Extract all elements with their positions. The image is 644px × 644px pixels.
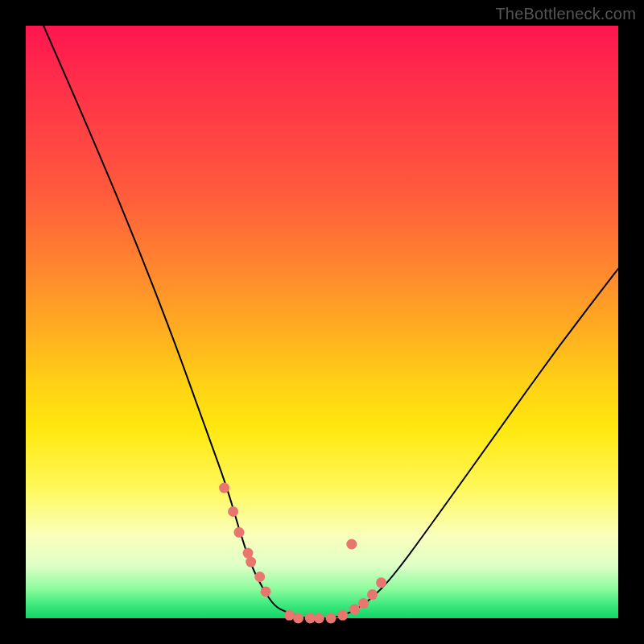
curve-dot [326, 613, 336, 624]
curve-dot [367, 589, 378, 600]
curve-dots [219, 483, 386, 624]
curve-dot [219, 483, 229, 493]
curve-dot [349, 604, 360, 614]
curve-dot [337, 610, 348, 621]
curve-dot [233, 527, 244, 538]
curve-dot [243, 548, 254, 559]
curve-dot [254, 572, 265, 582]
curve-dot [358, 598, 369, 609]
curve-dot [376, 577, 386, 588]
chart-svg [26, 26, 618, 618]
bottleneck-curve [43, 26, 618, 618]
curve-dot [314, 613, 324, 624]
curve-dot [293, 613, 303, 624]
plot-area [26, 26, 618, 618]
curve-dot [346, 539, 357, 550]
watermark-text: TheBottleneck.com [495, 5, 636, 23]
chart-frame: TheBottleneck.com [0, 0, 644, 644]
curve-dot [228, 506, 238, 517]
curve-dot [246, 557, 256, 568]
curve-dot [261, 586, 271, 597]
curve-dot [284, 610, 295, 621]
